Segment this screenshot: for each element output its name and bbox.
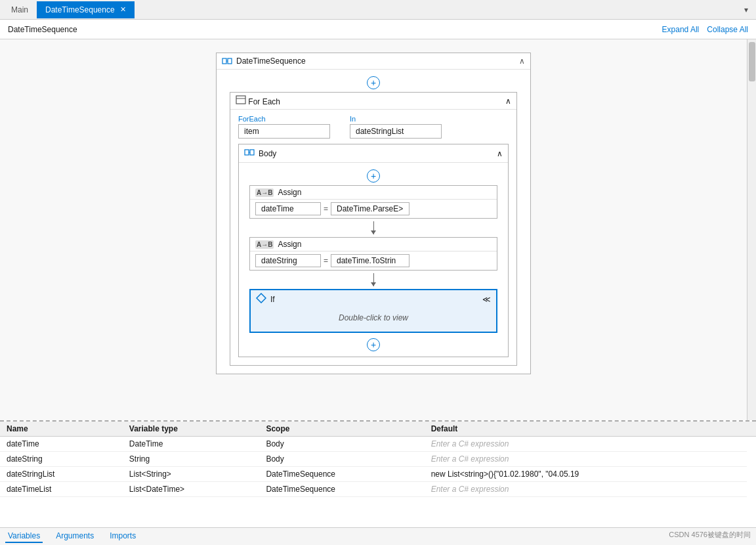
toolbar-actions: Expand All Collapse All bbox=[662, 25, 748, 34]
svg-rect-6 bbox=[250, 150, 254, 155]
tab-datetimesequence[interactable]: DateTimeSequence ✕ bbox=[37, 1, 135, 18]
variables-tbody: dateTimeDateTimeBodyEnter a C# expressio… bbox=[0, 437, 756, 497]
watermark: CSDN 4576被键盘的时间 bbox=[669, 530, 751, 543]
bottom-tab-imports[interactable]: Imports bbox=[107, 530, 138, 543]
foreach-container: For Each ∧ ForEach item In dateStringLis… bbox=[230, 92, 517, 366]
var-scope-cell: Body bbox=[259, 452, 424, 467]
sequence-header: DateTimeSequence ∧ bbox=[217, 53, 530, 70]
if-header: If ≪ bbox=[251, 290, 496, 308]
sequence-title-text: DateTimeSequence bbox=[236, 56, 306, 66]
var-name-cell[interactable]: dateStringList bbox=[0, 467, 123, 482]
sequence-collapse-btn[interactable]: ∧ bbox=[519, 56, 525, 66]
foreach-value-box[interactable]: item bbox=[238, 124, 330, 139]
body-collapse-btn[interactable]: ∧ bbox=[497, 149, 503, 158]
bottom-tab-variables[interactable]: Variables bbox=[5, 530, 43, 543]
sequence-icon bbox=[222, 56, 232, 66]
assign2-field[interactable]: dateString bbox=[255, 254, 321, 267]
sequence-container: DateTimeSequence ∧ + For Each bbox=[216, 53, 531, 374]
designer-toolbar: DateTimeSequence Expand All Collapse All bbox=[0, 20, 756, 39]
if-body[interactable]: Double-click to view bbox=[251, 308, 496, 332]
foreach-field-foreach: ForEach item bbox=[238, 115, 330, 139]
if-container[interactable]: If ≪ Double-click to view bbox=[249, 289, 497, 333]
var-name-cell[interactable]: dateString bbox=[0, 452, 123, 467]
var-type-cell[interactable]: List<String> bbox=[123, 467, 260, 482]
add-btn-body-bottom[interactable]: + bbox=[367, 338, 380, 351]
var-default-placeholder: Enter a C# expression bbox=[431, 485, 509, 494]
sequence-title: DateTimeSequence bbox=[222, 56, 306, 66]
if-icon bbox=[256, 293, 266, 305]
body-title-text: Body bbox=[259, 149, 276, 158]
var-name-cell[interactable]: dateTime bbox=[0, 437, 123, 452]
expand-all-button[interactable]: Expand All bbox=[662, 25, 700, 34]
col-header-type: Variable type bbox=[123, 422, 260, 437]
foreach-in-label: In bbox=[350, 115, 442, 123]
var-default-placeholder: Enter a C# expression bbox=[431, 439, 509, 448]
foreach-header: For Each ∧ bbox=[230, 93, 516, 110]
var-default-cell[interactable]: Enter a C# expression bbox=[425, 437, 747, 452]
designer-area: DateTimeSequence ∧ + For Each bbox=[0, 39, 756, 420]
table-header-row: Name Variable type Scope Default bbox=[0, 422, 756, 437]
assign1-container: A→B Assign dateTime = DateTime.ParseE> bbox=[249, 185, 497, 219]
table-row: dateTimeDateTimeBodyEnter a C# expressio… bbox=[0, 437, 756, 452]
col-scrollbar-spacer bbox=[747, 422, 756, 437]
vertical-scrollbar[interactable] bbox=[747, 39, 756, 420]
var-type-cell[interactable]: List<DateTime> bbox=[123, 482, 260, 497]
if-body-text: Double-click to view bbox=[339, 313, 408, 322]
bottom-panel: Name Variable type Scope Default dateTim… bbox=[0, 420, 756, 545]
assign1-value[interactable]: DateTime.ParseE> bbox=[331, 202, 410, 215]
table-row: dateStringListList<String>DateTimeSequen… bbox=[0, 467, 756, 482]
scrollbar-thumb[interactable] bbox=[749, 42, 755, 81]
bottom-tab-arguments[interactable]: Arguments bbox=[53, 530, 96, 543]
body-header: Body ∧ bbox=[239, 144, 508, 163]
assign1-title: Assign bbox=[278, 188, 301, 197]
add-btn-body-top[interactable]: + bbox=[367, 169, 380, 183]
tab-datetimesequence-label: DateTimeSequence bbox=[45, 5, 115, 14]
var-type-cell[interactable]: DateTime bbox=[123, 437, 260, 452]
assign1-field[interactable]: dateTime bbox=[255, 202, 321, 215]
body-icon bbox=[244, 147, 255, 160]
tabs-bar: Main DateTimeSequence ✕ ▾ bbox=[0, 0, 756, 20]
assign2-eq: = bbox=[324, 256, 328, 265]
body-container: Body ∧ + A→B Assign bbox=[238, 144, 509, 357]
if-collapse-icon[interactable]: ≪ bbox=[482, 295, 491, 304]
var-type-cell[interactable]: String bbox=[123, 452, 260, 467]
svg-rect-1 bbox=[228, 58, 232, 64]
var-default-placeholder: Enter a C# expression bbox=[431, 454, 509, 464]
arrow2 bbox=[373, 273, 374, 286]
var-scope-cell: DateTimeSequence bbox=[259, 482, 424, 497]
tabs-chevron[interactable]: ▾ bbox=[739, 5, 753, 14]
foreach-title: For Each bbox=[236, 95, 280, 106]
var-default-cell[interactable]: Enter a C# expression bbox=[425, 452, 747, 467]
tab-close-icon[interactable]: ✕ bbox=[120, 5, 126, 14]
var-default-cell[interactable]: Enter a C# expression bbox=[425, 482, 747, 497]
table-row: dateTimeListList<DateTime>DateTimeSequen… bbox=[0, 482, 756, 497]
assign2-container: A→B Assign dateString = dateTime.ToStrin bbox=[249, 237, 497, 271]
if-title: If bbox=[270, 295, 275, 304]
add-btn-top[interactable]: + bbox=[367, 76, 380, 89]
foreach-label: ForEach bbox=[238, 115, 330, 123]
foreach-fields: ForEach item In dateStringList bbox=[230, 110, 516, 144]
table-row: dateStringStringBodyEnter a C# expressio… bbox=[0, 452, 756, 467]
foreach-collapse-btn[interactable]: ∧ bbox=[505, 97, 511, 106]
assign2-value[interactable]: dateTime.ToStrin bbox=[331, 254, 410, 267]
foreach-icon bbox=[236, 97, 248, 106]
svg-marker-8 bbox=[257, 294, 266, 303]
tab-main[interactable]: Main bbox=[3, 1, 37, 18]
bottom-tabs: Variables Arguments Imports CSDN 4576被键盘… bbox=[0, 527, 756, 545]
assign2-title: Assign bbox=[278, 240, 301, 249]
assign1-eq: = bbox=[324, 204, 328, 213]
body-title: Body bbox=[244, 147, 276, 160]
foreach-in-value-box[interactable]: dateStringList bbox=[350, 124, 442, 139]
variables-data-table: Name Variable type Scope Default dateTim… bbox=[0, 422, 756, 497]
foreach-field-in: In dateStringList bbox=[350, 115, 442, 139]
svg-rect-3 bbox=[236, 96, 245, 104]
canvas[interactable]: DateTimeSequence ∧ + For Each bbox=[0, 39, 747, 420]
sequence-wrapper: DateTimeSequence ∧ + For Each bbox=[13, 53, 734, 374]
assign1-header: A→B Assign bbox=[250, 186, 497, 200]
var-default-cell[interactable]: new List<string>(){"01.02.1980", "04.05.… bbox=[425, 467, 747, 482]
assign2-header: A→B Assign bbox=[250, 238, 497, 251]
assign2-icon: A→B bbox=[255, 240, 274, 249]
arrow1 bbox=[373, 221, 374, 234]
var-name-cell[interactable]: dateTimeList bbox=[0, 482, 123, 497]
collapse-all-button[interactable]: Collapse All bbox=[707, 25, 748, 34]
